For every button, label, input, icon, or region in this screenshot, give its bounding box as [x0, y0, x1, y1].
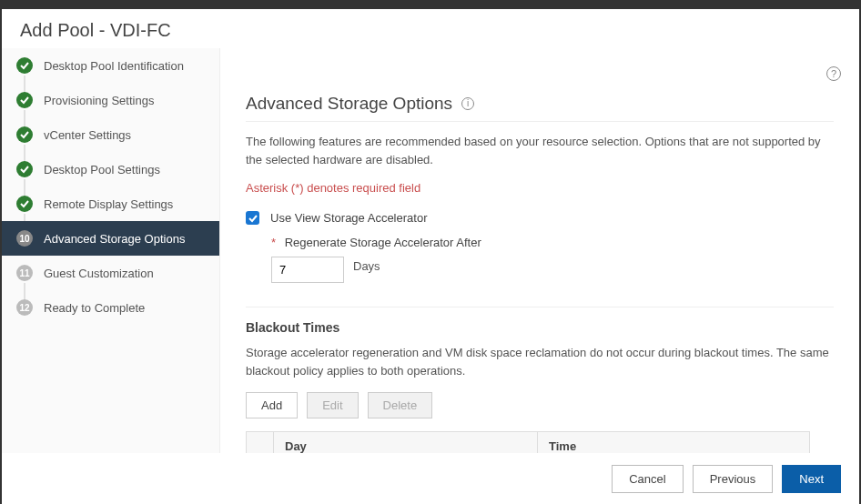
edit-button: Edit [307, 392, 358, 418]
required-note: Asterisk (*) denotes required field [246, 181, 834, 195]
modal-title: Add Pool - VDI-FC [2, 9, 859, 48]
blackout-button-row: Add Edit Delete [246, 392, 834, 418]
content-pane: ? Advanced Storage Options i The followi… [220, 48, 859, 453]
add-pool-modal: Add Pool - VDI-FC Desktop Pool Identific… [2, 9, 859, 504]
add-button[interactable]: Add [246, 392, 298, 418]
wizard-step[interactable]: 10Advanced Storage Options [2, 221, 219, 256]
info-icon[interactable]: i [461, 97, 474, 110]
regenerate-unit: Days [353, 259, 380, 273]
check-icon [16, 161, 33, 177]
regenerate-days-input[interactable] [271, 257, 344, 283]
required-asterisk: * [271, 236, 276, 249]
step-number: 11 [16, 265, 33, 281]
wizard-step[interactable]: Provisioning Settings [2, 83, 219, 117]
step-label: Desktop Pool Settings [44, 163, 160, 176]
step-number: 10 [16, 230, 33, 247]
blackout-description: Storage accelerator regeneration and VM … [246, 344, 834, 379]
cancel-button[interactable]: Cancel [612, 465, 683, 493]
table-header-select [247, 432, 274, 453]
check-icon [248, 214, 258, 223]
use-storage-accelerator-label: Use View Storage Accelerator [270, 211, 427, 225]
step-label: Remote Display Settings [44, 197, 173, 211]
step-label: Provisioning Settings [44, 94, 154, 107]
table-header-day[interactable]: Day [274, 432, 538, 453]
previous-button[interactable]: Previous [693, 465, 774, 493]
use-storage-accelerator-row: Use View Storage Accelerator [246, 211, 834, 225]
wizard-step[interactable]: vCenter Settings [2, 117, 219, 152]
step-number: 12 [16, 299, 33, 316]
modal-body: Desktop Pool IdentificationProvisioning … [2, 48, 859, 453]
check-icon [16, 196, 33, 212]
delete-button: Delete [368, 392, 433, 418]
wizard-step[interactable]: 12Ready to Complete [2, 290, 219, 325]
step-label: Guest Customization [44, 267, 154, 280]
wizard-step[interactable]: Desktop Pool Settings [2, 152, 219, 186]
section-title-row: Advanced Storage Options i [246, 94, 834, 122]
check-icon [16, 126, 33, 143]
help-icon[interactable]: ? [826, 66, 841, 81]
section-title: Advanced Storage Options [246, 94, 452, 114]
use-storage-accelerator-checkbox[interactable] [246, 211, 259, 225]
regenerate-input-row: Days [271, 257, 834, 283]
wizard-steps: Desktop Pool IdentificationProvisioning … [2, 48, 220, 453]
step-label: Ready to Complete [44, 301, 145, 315]
check-icon [16, 92, 33, 108]
check-icon [16, 57, 33, 74]
wizard-step[interactable]: 11Guest Customization [2, 256, 219, 290]
blackout-title: Blackout Times [246, 307, 834, 335]
step-label: Desktop Pool Identification [44, 59, 184, 73]
regenerate-row: * Regenerate Storage Accelerator After [271, 236, 834, 249]
step-label: vCenter Settings [44, 128, 131, 142]
wizard-step[interactable]: Desktop Pool Identification [2, 48, 219, 83]
table-header-time[interactable]: Time [538, 432, 809, 453]
regenerate-label: Regenerate Storage Accelerator After [285, 236, 481, 249]
footer: Cancel Previous Next [2, 453, 859, 504]
section-description: The following features are recommended b… [246, 133, 834, 168]
next-button[interactable]: Next [782, 465, 841, 493]
table-header: Day Time [247, 432, 809, 453]
wizard-step[interactable]: Remote Display Settings [2, 186, 219, 221]
step-label: Advanced Storage Options [44, 232, 185, 246]
blackout-table: Day Time [246, 431, 810, 453]
